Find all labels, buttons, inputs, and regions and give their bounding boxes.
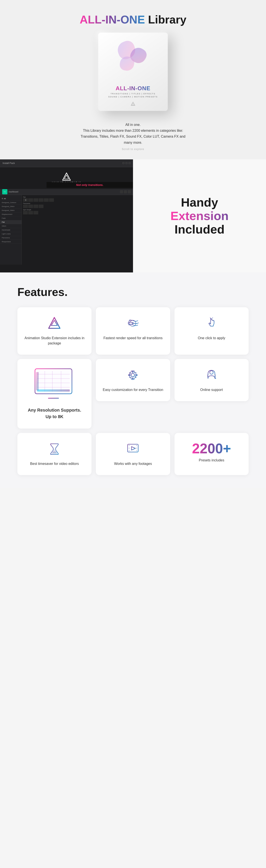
svg-point-44: [136, 445, 137, 446]
gear-icon: [126, 368, 140, 382]
svg-marker-38: [131, 446, 135, 450]
ext-sidebar-designed-cartoon[interactable]: Designed_Cartoon: [0, 201, 22, 205]
ext-sidebar-fade[interactable]: Fade: [0, 216, 22, 220]
ext-control-1[interactable]: [123, 162, 124, 164]
svg-line-9: [212, 318, 213, 318]
ext-preset-item[interactable]: [33, 211, 38, 214]
ext-preset-row-panoramic: Panoramic: [23, 203, 132, 208]
feature-text-render-speed: Fastest render speed for all transitions: [103, 336, 163, 341]
cursor-click-icon: [204, 316, 219, 331]
extension-ui: Install Pack ANIMATIONSTUDIO: [0, 159, 133, 273]
ext-header-text: Install Pack: [3, 162, 15, 164]
feature-text-animation-studio: Animation Studio Extension includes in p…: [24, 336, 85, 346]
ext-triangle-icon: [62, 172, 71, 182]
feature-text-presets: Presets includes: [199, 458, 224, 463]
ext-preset-item[interactable]: [49, 198, 54, 202]
extension-screenshot: Install Pack ANIMATIONSTUDIO: [0, 159, 133, 273]
ext-preset-item[interactable]: [28, 205, 33, 208]
ext-sidebar-designed-glitch[interactable]: Designed_Glitch: [0, 205, 22, 209]
ext-dash-icon-1[interactable]: [120, 190, 123, 193]
ext-preset-row-flat: Flat: [23, 196, 132, 202]
feature-card-customization: Easy customization for every Transition: [96, 359, 170, 401]
feature-card-timesaver: Best timesaver for video editors: [18, 433, 92, 475]
ext-preset-item[interactable]: [28, 198, 33, 202]
ext-preset-item[interactable]: [39, 205, 43, 208]
ext-title-handy: Handy: [170, 196, 229, 209]
ext-preset-item[interactable]: [23, 198, 28, 202]
box-blob: [113, 39, 153, 74]
feature-text-one-click: One click to apply: [198, 336, 225, 341]
svg-rect-20: [37, 390, 70, 392]
svg-rect-23: [48, 398, 59, 399]
feature-text-customization: Easy customization for every Transition: [103, 387, 163, 393]
ext-sidebar-glitch[interactable]: Glitch: [0, 224, 22, 228]
svg-marker-4: [49, 317, 60, 328]
svg-point-34: [54, 450, 55, 451]
feature-icon-render-speed: [125, 316, 141, 331]
ext-not-only-text: Not only transitions.: [76, 183, 103, 187]
hero-title: ALL-IN-ONE Library: [4, 13, 262, 26]
ext-preset-item[interactable]: [23, 205, 28, 208]
ext-sidebar-designed-glitch2[interactable]: Designed_Glitch: [0, 209, 22, 212]
svg-point-45: [136, 448, 137, 448]
ext-header-bar: Install Pack: [0, 159, 133, 167]
ext-green-button[interactable]: [2, 189, 7, 194]
ext-presets-area: Flat Panoramic: [22, 195, 133, 265]
hero-section: ALL-IN-ONE Library ALL-IN-ONE TRANSITION…: [0, 0, 266, 159]
feature-text-timesaver: Best timesaver for video editors: [30, 461, 79, 466]
ext-sidebar-handmade[interactable]: Handmade: [0, 228, 22, 232]
ext-dash-icon-2[interactable]: [124, 190, 127, 193]
hero-title-gradient: ALL-IN-ONE: [79, 13, 145, 26]
feature-icon-footage: [125, 442, 141, 457]
feature-card-animation-studio: Animation Studio Extension includes in p…: [18, 307, 92, 354]
feature-icon-timesaver: [47, 442, 62, 457]
hero-description: All in one. This Library includes more t…: [79, 122, 187, 146]
hero-title-normal: Library: [145, 13, 187, 26]
presets-count-text: 2200+: [192, 441, 231, 456]
features-row-3: Best timesaver for video editors: [18, 433, 248, 475]
box-all-in-one: ALL-IN-ONE: [108, 85, 158, 92]
svg-point-43: [129, 450, 130, 451]
feature-card-footage: Works with any footages: [96, 433, 170, 475]
ext-preset-item[interactable]: [33, 198, 38, 202]
svg-line-10: [210, 318, 210, 318]
box-visual: ALL-IN-ONE TRANSITIONS | TITLES | EFFECT…: [98, 33, 168, 111]
ext-dash-icon-3[interactable]: [128, 190, 131, 193]
feature-card-support: Online support: [174, 359, 248, 401]
ext-preset-item[interactable]: [28, 211, 33, 214]
ext-sidebar-responsive[interactable]: Responsive: [0, 240, 22, 244]
triangle-gradient-icon: [47, 316, 62, 331]
feature-text-resolution: Any Resolution Supports.Up to 8K: [28, 407, 81, 420]
feature-card-presets: 2200+ Presets includes: [174, 433, 248, 475]
feature-icon-one-click: [204, 316, 219, 331]
svg-point-41: [129, 445, 130, 446]
svg-rect-12: [37, 371, 70, 392]
ext-preset-item[interactable]: [33, 205, 38, 208]
ext-sidebar-flat[interactable]: Flat: [0, 220, 22, 224]
ext-sidebar-displacement[interactable]: Displacement: [0, 212, 22, 216]
box-label: ALL-IN-ONE TRANSITIONS | TITLES | EFFECT…: [108, 85, 158, 98]
monitor-graphic: [33, 368, 76, 402]
ext-control-3[interactable]: [129, 162, 130, 164]
ext-sidebar-panorama[interactable]: Panorama: [0, 236, 22, 240]
ext-thumb-grid: FLAT COLOR CORR. LIGHTNING FX ELECTRIC N…: [46, 181, 133, 189]
features-section: Features. Animation Studi: [0, 273, 266, 488]
lightning-icon: [126, 316, 140, 331]
feature-icon-customization: [125, 368, 141, 383]
ext-title-extension: Extension: [170, 209, 229, 223]
features-row-2: Any Resolution Supports.Up to 8K: [18, 359, 248, 429]
logo-triangle-icon: [130, 101, 136, 106]
ext-preset-item[interactable]: [23, 211, 28, 214]
ext-dashboard-label: Dashboard: [9, 191, 18, 193]
ext-sidebar-all[interactable]: All: [0, 197, 22, 201]
ext-preset-item[interactable]: [44, 198, 49, 202]
ext-sidebar-light-leaks[interactable]: Light Leaks: [0, 232, 22, 236]
box-logo: [130, 101, 136, 106]
monitor-svg: [33, 368, 76, 402]
ext-control-2[interactable]: [126, 162, 127, 164]
ext-preset-item[interactable]: [39, 198, 43, 202]
extension-section: Install Pack ANIMATIONSTUDIO: [0, 159, 266, 273]
svg-point-42: [129, 448, 130, 448]
scroll-hint: Scroll to explore: [4, 148, 262, 151]
headset-support-icon: [204, 368, 219, 382]
